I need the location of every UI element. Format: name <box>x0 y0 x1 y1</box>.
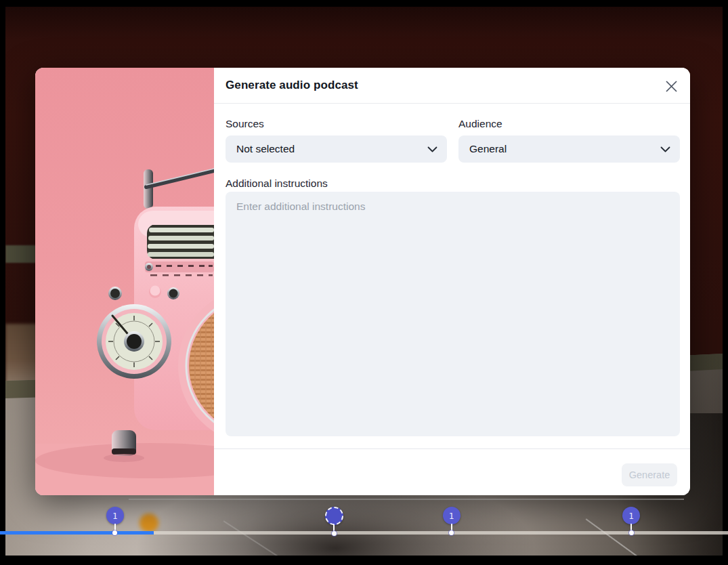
video-shelf-line <box>129 499 684 500</box>
audience-select[interactable]: General <box>458 135 680 163</box>
marker-anchor-dot <box>332 531 337 536</box>
sources-value: Not selected <box>236 143 427 155</box>
letterbox-bar <box>0 556 728 565</box>
marker-anchor-dot <box>449 530 454 535</box>
marker-bubble[interactable]: 1 <box>106 507 124 524</box>
pink-radio-illustration <box>35 68 214 495</box>
marker-bubble[interactable]: 1 <box>443 507 461 524</box>
chevron-down-icon <box>660 146 670 152</box>
marker-anchor-dot <box>629 530 634 535</box>
podcast-cover-image <box>35 68 214 495</box>
app-stage: Generate audio podcast Sources Not selec… <box>0 0 728 565</box>
generate-podcast-dialog: Generate audio podcast Sources Not selec… <box>35 68 690 495</box>
marker-bubble[interactable] <box>325 507 343 525</box>
generate-button[interactable]: Generate <box>622 463 677 486</box>
timeline-marker[interactable]: 1 <box>622 507 641 535</box>
chevron-down-icon <box>427 146 437 152</box>
marker-bubble[interactable]: 1 <box>622 507 640 524</box>
video-timeline[interactable]: 111 <box>0 507 728 538</box>
timeline-marker[interactable]: 1 <box>106 507 125 535</box>
audience-value: General <box>469 143 660 155</box>
timeline-progress <box>0 531 154 535</box>
timeline-marker[interactable]: 1 <box>442 507 461 535</box>
audience-label: Audience <box>458 118 502 130</box>
close-icon[interactable] <box>664 79 679 93</box>
sources-select[interactable]: Not selected <box>226 135 447 163</box>
dialog-panel: Generate audio podcast Sources Not selec… <box>214 68 690 495</box>
sources-label: Sources <box>226 118 264 130</box>
timeline-marker[interactable] <box>324 507 343 536</box>
dialog-header: Generate audio podcast <box>214 68 690 104</box>
marker-anchor-dot <box>112 530 117 535</box>
dialog-title: Generate audio podcast <box>226 79 358 92</box>
instructions-textarea[interactable] <box>226 192 680 436</box>
dialog-footer: Generate <box>214 448 690 495</box>
instructions-label: Additional instructions <box>226 177 328 190</box>
